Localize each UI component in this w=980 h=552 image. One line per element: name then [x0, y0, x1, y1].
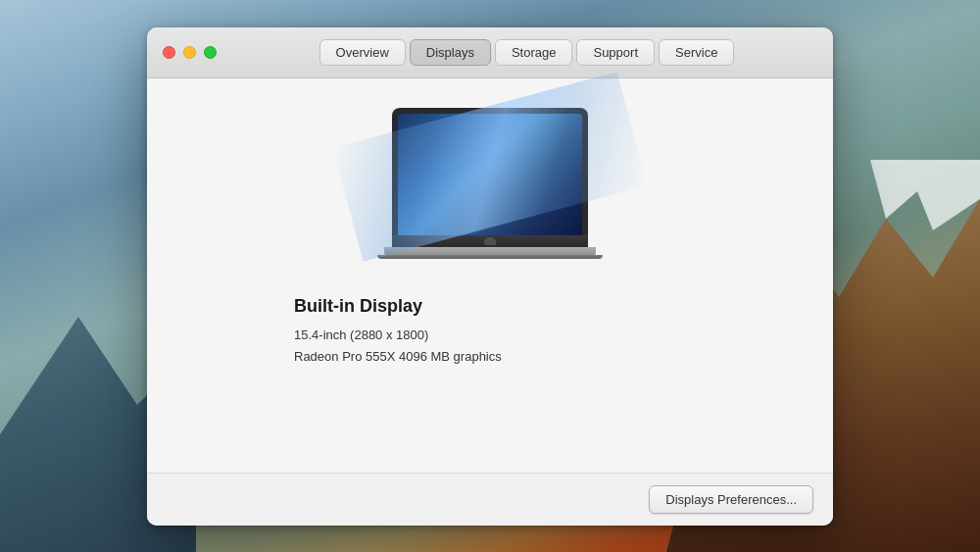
- titlebar: Overview Displays Storage Support Servic…: [147, 27, 833, 78]
- display-info: Built-in Display 15.4-inch (2880 x 1800)…: [294, 296, 686, 368]
- maximize-button[interactable]: [204, 46, 217, 59]
- displays-preferences-button[interactable]: Displays Preferences...: [649, 485, 813, 514]
- tab-overview[interactable]: Overview: [319, 39, 406, 66]
- minimize-button[interactable]: [183, 46, 196, 59]
- tab-displays[interactable]: Displays: [410, 39, 491, 66]
- macbook-screen: [392, 108, 588, 235]
- macbook-body: [392, 108, 588, 259]
- macbook-bottom: [377, 255, 603, 259]
- content-area: Built-in Display 15.4-inch (2880 x 1800)…: [147, 78, 833, 473]
- traffic-lights: [163, 46, 217, 59]
- display-name: Built-in Display: [294, 296, 686, 317]
- apple-logo-icon: [484, 237, 496, 245]
- close-button[interactable]: [163, 46, 175, 59]
- about-this-mac-window: Overview Displays Storage Support Servic…: [147, 27, 833, 526]
- tab-service[interactable]: Service: [659, 39, 734, 66]
- tab-support[interactable]: Support: [576, 39, 655, 66]
- tab-bar: Overview Displays Storage Support Servic…: [236, 39, 817, 66]
- display-spec1: 15.4-inch (2880 x 1800): [294, 325, 686, 346]
- macbook-base: [384, 247, 596, 255]
- display-wave: [398, 114, 582, 235]
- macbook-illustration: [392, 108, 588, 259]
- macbook-display: [398, 114, 582, 235]
- tab-storage[interactable]: Storage: [495, 39, 573, 66]
- bottom-bar: Displays Preferences...: [147, 473, 833, 526]
- display-spec2: Radeon Pro 555X 4096 MB graphics: [294, 346, 686, 368]
